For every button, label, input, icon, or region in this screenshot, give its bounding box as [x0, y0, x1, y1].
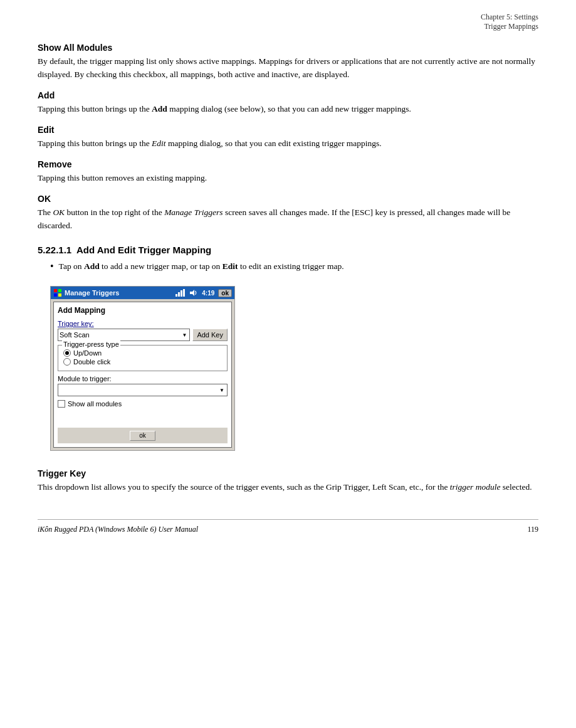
header-line1: Chapter 5: Settings — [38, 13, 538, 22]
screenshot: Manage Triggers 4:19 ok — [50, 286, 235, 451]
radio-doubleclick-row[interactable]: Double click — [63, 358, 222, 366]
subsection-title: Add And Edit Trigger Mapping — [76, 245, 211, 255]
bullet-bold2: Edit — [223, 261, 238, 271]
title-bar: Manage Triggers 4:19 ok — [51, 287, 234, 299]
dialog-bottom-space — [58, 411, 228, 425]
title-bar-right: 4:19 ok — [175, 289, 232, 297]
svg-rect-3 — [58, 293, 61, 297]
remove-heading: Remove — [38, 159, 538, 169]
subsection-number: 5.22.1.1 — [38, 245, 71, 255]
ok-body: The OK button in the top right of the Ma… — [38, 206, 538, 233]
dialog-title: Add Mapping — [58, 306, 228, 315]
add-key-button[interactable]: Add Key — [192, 329, 228, 341]
svg-rect-2 — [54, 293, 57, 297]
bullet-text: Tap on Add to add a new trigger map, or … — [59, 260, 344, 273]
svg-rect-7 — [183, 289, 185, 297]
svg-rect-4 — [175, 294, 177, 297]
trigger-press-groupbox: Trigger-press type Up/Down Double click — [58, 345, 228, 371]
trigger-key-body-suffix: selected. — [500, 482, 531, 492]
edit-heading: Edit — [38, 125, 538, 135]
ok-heading: OK — [38, 194, 538, 204]
radio-doubleclick-label: Double click — [73, 358, 110, 366]
ok-bottom-bar: ok — [58, 428, 228, 443]
numbered-heading: 5.22.1.1 Add And Edit Trigger Mapping — [38, 245, 538, 255]
page-header: Chapter 5: Settings Trigger Mappings — [38, 13, 538, 31]
radio-updown-row[interactable]: Up/Down — [63, 349, 222, 357]
radio-updown-circle — [63, 349, 71, 357]
dialog-body: Add Mapping Trigger key: Soft Scan ▼ Add… — [53, 302, 232, 448]
module-dropdown[interactable]: ▼ — [58, 384, 228, 396]
trigger-key-label: Trigger key: — [58, 320, 228, 327]
footer-left: iKôn Rugged PDA (Windows Mobile 6) User … — [38, 525, 198, 534]
edit-body-prefix: Tapping this button brings up the — [38, 139, 152, 148]
ok-body-italic2: Manage Triggers — [164, 208, 223, 217]
remove-body: Tapping this button removes an existing … — [38, 172, 538, 185]
groupbox-legend: Trigger-press type — [62, 340, 120, 348]
show-all-label: Show all modules — [68, 400, 122, 408]
radio-updown-label: Up/Down — [73, 349, 102, 357]
bullet-dot: • — [50, 260, 54, 273]
add-body: Tapping this button brings up the Add ma… — [38, 103, 538, 116]
edit-body: Tapping this button brings up the Edit m… — [38, 137, 538, 150]
ok-bottom-button[interactable]: ok — [130, 431, 155, 441]
footer: iKôn Rugged PDA (Windows Mobile 6) User … — [38, 519, 538, 534]
show-all-row: Show all modules — [58, 400, 228, 408]
svg-rect-6 — [181, 290, 182, 297]
trigger-key-value: Soft Scan — [60, 331, 90, 339]
volume-icon — [189, 289, 198, 297]
radio-doubleclick-circle — [63, 358, 71, 366]
bullet-prefix: Tap on — [59, 261, 84, 271]
windows-logo-icon — [53, 288, 62, 297]
title-bar-time: 4:19 — [202, 290, 214, 297]
signal-icon — [175, 289, 186, 297]
bullet-middle1: to add a new trigger map, or tap on — [100, 261, 223, 271]
trigger-key-body-italic: trigger module — [450, 482, 501, 492]
trigger-key-dropdown[interactable]: Soft Scan ▼ — [58, 329, 190, 341]
svg-rect-0 — [54, 289, 57, 292]
add-body-prefix: Tapping this button brings up the — [38, 104, 152, 113]
dropdown-arrow-icon: ▼ — [181, 332, 188, 338]
bullet-suffix: to edit an existing trigger map. — [238, 261, 344, 271]
edit-body-italic: Edit — [152, 139, 166, 148]
title-bar-app-name: Manage Triggers — [65, 289, 119, 297]
module-row: Module to trigger: ▼ — [58, 375, 228, 396]
add-body-bold: Add — [152, 104, 167, 113]
module-label: Module to trigger: — [58, 375, 228, 382]
title-bar-ok-button[interactable]: ok — [218, 289, 232, 297]
bullet-item: • Tap on Add to add a new trigger map, o… — [50, 260, 538, 273]
svg-marker-8 — [190, 290, 194, 296]
page: Chapter 5: Settings Trigger Mappings Sho… — [0, 0, 576, 559]
radio-updown-dot — [65, 351, 69, 355]
bullet-bold1: Add — [84, 261, 100, 271]
module-dropdown-arrow-icon: ▼ — [218, 388, 226, 393]
ok-body-middle: button in the top right of the — [65, 208, 164, 217]
title-bar-left: Manage Triggers — [53, 288, 119, 297]
add-heading: Add — [38, 90, 538, 100]
header-line2: Trigger Mappings — [38, 22, 538, 31]
ok-body-italic: OK — [53, 208, 65, 217]
show-all-modules-heading: Show All Modules — [38, 43, 538, 53]
trigger-key-row: Trigger key: Soft Scan ▼ Add Key — [58, 320, 228, 341]
trigger-key-body: This dropdown list allows you to specify… — [38, 481, 538, 494]
svg-rect-1 — [58, 289, 61, 292]
ok-body-prefix: The — [38, 208, 53, 217]
edit-body-suffix: mapping dialog, so that you can edit exi… — [166, 139, 382, 148]
show-all-modules-body: By default, the trigger mapping list onl… — [38, 55, 538, 82]
trigger-key-body-main: This dropdown list allows you to specify… — [38, 482, 450, 492]
footer-right: 119 — [527, 525, 538, 534]
show-all-checkbox-row[interactable]: Show all modules — [58, 400, 228, 408]
svg-rect-5 — [178, 292, 180, 297]
trigger-key-heading: Trigger Key — [38, 468, 538, 478]
add-body-suffix: mapping dialog (see below), so that you … — [167, 104, 411, 113]
show-all-checkbox — [58, 400, 65, 408]
trigger-key-input-row: Soft Scan ▼ Add Key — [58, 329, 228, 341]
